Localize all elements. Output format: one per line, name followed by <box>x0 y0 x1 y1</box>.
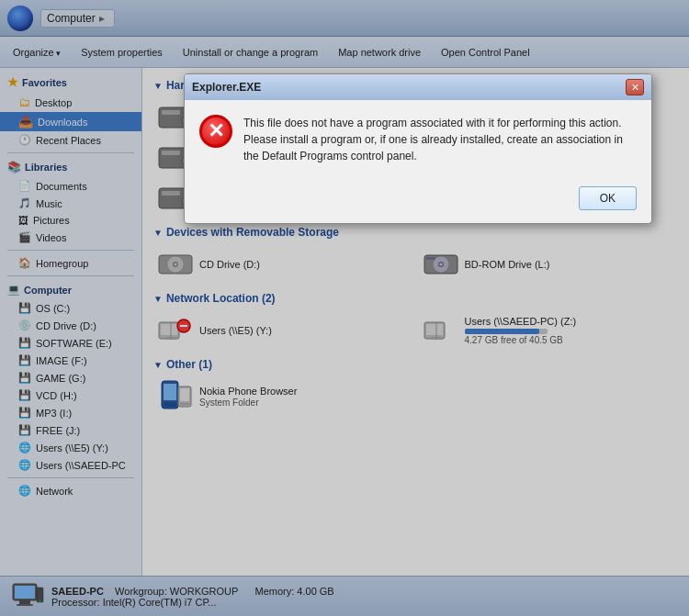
dialog-title-bar: Explorer.EXE ✕ <box>185 74 651 100</box>
dialog-footer: OK <box>185 179 651 223</box>
error-icon: ✕ <box>199 115 232 148</box>
error-dialog: Explorer.EXE ✕ ✕ This file does not have… <box>184 73 652 224</box>
dialog-title: Explorer.EXE <box>192 81 261 94</box>
dialog-overlay: Explorer.EXE ✕ ✕ This file does not have… <box>0 0 689 616</box>
dialog-body: ✕ This file does not have a program asso… <box>185 100 651 179</box>
dialog-message: This file does not have a program associ… <box>243 115 637 164</box>
dialog-close-button[interactable]: ✕ <box>626 79 644 95</box>
dialog-ok-button[interactable]: OK <box>579 186 637 210</box>
